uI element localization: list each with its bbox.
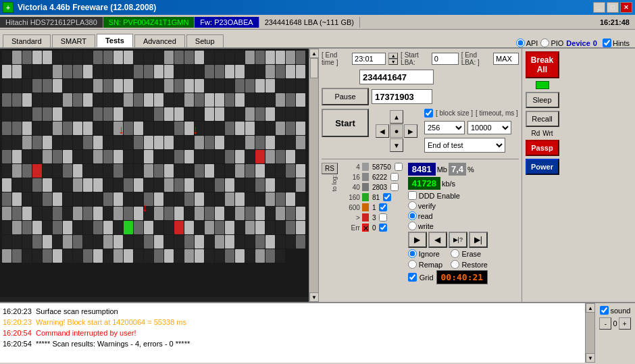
count-check-40[interactable] (390, 183, 399, 191)
vol-minus-button[interactable]: - (599, 317, 611, 330)
grid-checkbox[interactable] (408, 273, 417, 282)
close-button[interactable]: ✕ (620, 2, 632, 13)
verify-radio-item[interactable]: verify (408, 201, 488, 210)
scan-block-44 (144, 65, 153, 78)
scan-block-250 (103, 164, 113, 178)
nav-down-button[interactable]: ▼ (390, 138, 403, 152)
sleep-button[interactable]: Sleep (526, 92, 559, 108)
ignore-label: Ignore (419, 250, 440, 258)
pio-radio[interactable] (540, 38, 549, 47)
end-button[interactable]: ▶| (469, 232, 488, 248)
scan-block-298 (286, 178, 295, 192)
vertical-scrollbar[interactable]: ▲ ▼ (309, 49, 318, 302)
log-scrollbar[interactable]: ▲ ▼ (585, 303, 594, 363)
scan-block-137 (174, 107, 184, 121)
erase-radio[interactable] (451, 249, 459, 258)
verify-radio[interactable] (408, 201, 417, 210)
pio-label: PIO (551, 39, 563, 47)
scan-block-150 (2, 122, 11, 135)
tab-advanced[interactable]: Advanced (134, 34, 185, 47)
spin-up[interactable]: ▲ (388, 53, 398, 59)
scan-block-403 (134, 235, 143, 249)
api-radio[interactable] (516, 38, 525, 47)
ignore-radio[interactable] (408, 249, 417, 258)
pio-radio-item[interactable]: PIO (540, 38, 563, 47)
erase-item[interactable]: Erase (451, 249, 488, 258)
count-check-600[interactable] (379, 203, 387, 211)
power-button[interactable]: Power (526, 159, 559, 175)
spin-dn[interactable]: ▼ (388, 59, 398, 65)
tab-tests[interactable]: Tests (97, 34, 133, 47)
scan-block-306 (63, 192, 72, 206)
minimize-button[interactable]: _ (593, 2, 605, 13)
end-lba-input[interactable] (493, 53, 519, 65)
write-radio-item[interactable]: write (408, 222, 488, 230)
block-size-select[interactable]: 256 (424, 121, 465, 134)
hints-checkbox-item[interactable]: Hints (603, 38, 630, 47)
rewind-button[interactable]: ◀ (428, 232, 447, 248)
grid-timer-row: Grid 00:40:21 (408, 270, 488, 284)
scan-block-333 (32, 207, 42, 220)
read-radio[interactable] (408, 211, 417, 220)
timeout-select[interactable]: 10000 (467, 121, 511, 134)
count-bar-gt (362, 213, 369, 222)
scan-block-122 (22, 107, 32, 121)
log-scroll-down[interactable]: ▼ (586, 353, 595, 363)
counts-column: RS to log: (322, 163, 338, 284)
count-check-160[interactable] (383, 193, 391, 201)
write-radio[interactable] (408, 222, 417, 230)
tab-smart[interactable]: SMART (52, 34, 95, 47)
scan-block-117 (276, 93, 285, 107)
start-lba-input[interactable] (432, 53, 459, 65)
scan-block-253 (134, 164, 143, 178)
tab-setup[interactable]: Setup (186, 34, 224, 47)
nav-up-button[interactable]: ▲ (390, 110, 403, 124)
maximize-button[interactable]: □ (607, 2, 619, 13)
scan-block-410 (205, 235, 214, 249)
scroll-thumb[interactable] (310, 58, 318, 78)
play-button[interactable]: ▶ (408, 232, 427, 248)
scan-block-179 (296, 122, 305, 135)
step-button[interactable]: ▶|? (449, 232, 467, 248)
count-check-err[interactable] (379, 224, 387, 232)
log-scroll-up[interactable]: ▲ (586, 303, 595, 313)
remap-item[interactable]: Remap (408, 260, 443, 269)
to-log-label: to log: (322, 175, 338, 192)
ddd-checkbox[interactable] (408, 191, 417, 200)
passp-button[interactable]: Passp (526, 140, 559, 156)
sound-checkbox[interactable] (600, 306, 609, 315)
end-time-input[interactable] (352, 53, 386, 65)
recall-button[interactable]: Recall (526, 111, 559, 127)
scroll-up-button[interactable]: ▲ (309, 49, 319, 58)
restore-item[interactable]: Restore (451, 260, 488, 269)
nav-left-button[interactable]: ◀ (376, 124, 389, 138)
start-button[interactable]: Start (322, 109, 369, 137)
scan-block-379 (195, 221, 204, 234)
scan-block-195 (154, 136, 163, 149)
mode-select[interactable]: End of test (424, 138, 505, 153)
app-icon: + (3, 2, 14, 13)
nav-right-button[interactable]: ▶ (404, 124, 417, 138)
end-time-spinner[interactable]: ▲ ▼ (388, 53, 398, 65)
ignore-item[interactable]: Ignore (408, 249, 443, 258)
count-check-4[interactable] (395, 163, 403, 171)
vol-plus-button[interactable]: + (619, 317, 631, 330)
scan-block-420 (2, 249, 11, 263)
block-size-checkbox[interactable] (424, 109, 433, 118)
count-check-gt[interactable] (379, 213, 387, 222)
remap-radio[interactable] (408, 260, 417, 269)
api-radio-item[interactable]: API (516, 38, 538, 47)
read-radio-item[interactable]: read (408, 211, 488, 220)
scan-block-157 (73, 122, 82, 135)
break-all-button[interactable]: BreakAll (526, 51, 559, 78)
scan-block-320 (205, 192, 214, 206)
rs-button[interactable]: RS (322, 163, 338, 174)
scroll-down-button[interactable]: ▼ (309, 292, 319, 302)
count-check-16[interactable] (390, 173, 399, 181)
pause-button[interactable]: Pause (322, 88, 369, 105)
scan-block-413 (235, 235, 245, 249)
tab-standard[interactable]: Standard (3, 34, 51, 47)
restore-radio[interactable] (451, 260, 459, 269)
hints-checkbox[interactable] (603, 38, 611, 47)
scan-block-358 (286, 207, 295, 220)
